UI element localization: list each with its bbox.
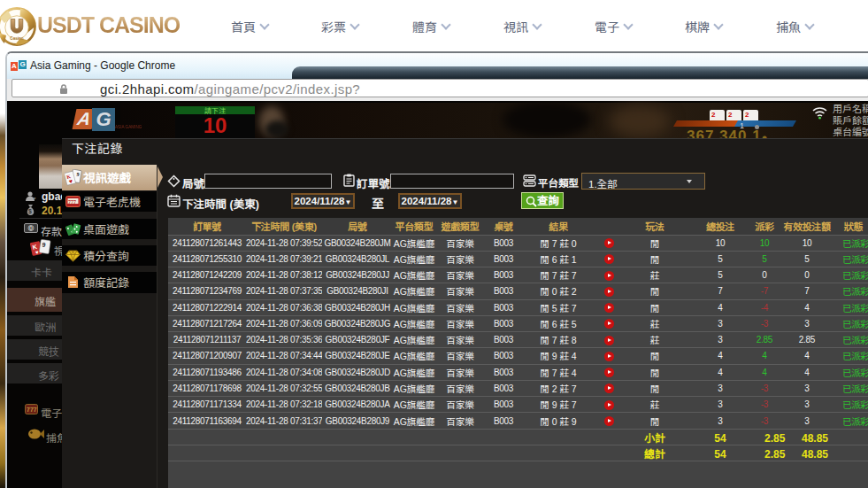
svg-text:$: $ xyxy=(28,208,32,215)
svg-text:777: 777 xyxy=(68,198,76,205)
svg-text:Casino: Casino xyxy=(10,36,24,41)
svg-text:0: 0 xyxy=(29,225,33,231)
svg-text:777: 777 xyxy=(27,407,37,413)
svg-text:*: * xyxy=(34,197,36,202)
